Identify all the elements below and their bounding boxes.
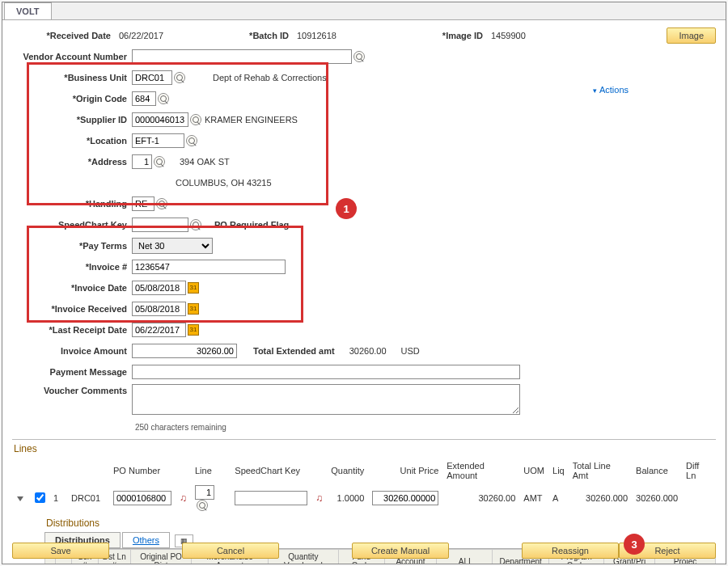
col-po: PO Number: [110, 459, 175, 482]
header-row: Received Date 06/22/2017 Batch ID 109126…: [12, 27, 716, 44]
line-tla: 30260.000: [569, 484, 631, 513]
total-ext-label: Total Extended amt: [253, 346, 340, 356]
address-line2: COLUMBUS, OH 43215: [172, 178, 272, 188]
location-input[interactable]: [132, 133, 184, 148]
lookup-icon[interactable]: [186, 135, 197, 146]
business-unit-label: Business Unit: [12, 73, 132, 82]
lookup-icon[interactable]: [154, 156, 165, 167]
actions-link[interactable]: Actions: [593, 85, 629, 95]
line-seq: 1: [50, 484, 66, 513]
speedchart-input[interactable]: [132, 218, 188, 232]
lookup-icon[interactable]: [353, 51, 365, 62]
col-speed: SpeedChart Key: [231, 459, 311, 482]
currency-value: USD: [398, 346, 420, 356]
vendor-acct-input[interactable]: [132, 49, 352, 64]
line-qty: 1.0000: [328, 484, 367, 513]
cancel-button[interactable]: Cancel: [182, 543, 279, 559]
pay-terms-select[interactable]: Net 30: [132, 238, 213, 254]
lines-row: 1 DRC01 ♫ ♫ 1.0000 30260.00 AMT A 30260.…: [14, 484, 714, 513]
received-date-value: 06/22/2017: [116, 31, 205, 40]
lookup-icon[interactable]: [190, 219, 201, 230]
col-tla: Total Line Amt: [569, 459, 631, 482]
lookup-icon[interactable]: [190, 114, 201, 125]
received-date-label: Received Date: [12, 31, 116, 40]
lookup-icon[interactable]: [174, 72, 185, 83]
lookup-icon[interactable]: [158, 93, 169, 104]
expand-icon[interactable]: [17, 496, 23, 501]
payment-message-input[interactable]: [132, 365, 520, 379]
lookup-icon[interactable]: [197, 500, 208, 511]
image-id-label: Image ID: [407, 31, 488, 40]
address-seq-input[interactable]: [132, 154, 152, 169]
business-unit-desc: Dept of Rehab & Corrections: [210, 73, 327, 82]
col-uprice: Unit Price: [369, 459, 442, 482]
save-button[interactable]: Save: [12, 543, 109, 559]
invoice-num-input[interactable]: [132, 260, 286, 274]
col-uom: UOM: [520, 459, 548, 482]
payment-message-label: Payment Message: [12, 367, 132, 377]
invoice-received-input[interactable]: [132, 302, 186, 316]
col-diff: Diff Ln: [683, 459, 714, 482]
line-bal: 30260.000: [633, 484, 681, 513]
batch-id-value: 10912618: [294, 31, 407, 40]
related-icon[interactable]: ♫: [180, 492, 187, 504]
col-qty: Quantity: [328, 459, 367, 482]
col-ext: Extended Amount: [443, 459, 518, 482]
tab-bar: VOLT: [2, 2, 726, 20]
supplier-name: KRAMER ENGINEERS: [201, 115, 298, 125]
col-liq: Liq: [549, 459, 568, 482]
business-unit-input[interactable]: [132, 70, 172, 85]
supplier-id-input[interactable]: [132, 112, 188, 127]
lookup-icon[interactable]: [156, 198, 167, 209]
po-number-input[interactable]: [113, 491, 171, 505]
line-liq: A: [549, 484, 568, 513]
image-button[interactable]: Image: [667, 27, 716, 44]
create-manual-button[interactable]: Create Manual: [352, 543, 449, 559]
footer-buttons: Save Cancel Create Manual Reassign Rejec…: [12, 543, 716, 559]
voucher-comments-input[interactable]: [132, 384, 520, 415]
line-num-input[interactable]: [195, 485, 214, 500]
vendor-acct-row: Vendor Account Number: [12, 48, 716, 65]
origin-code-label: Origin Code: [12, 94, 132, 103]
reassign-button[interactable]: Reassign: [522, 543, 619, 559]
invoice-date-label: Invoice Date: [12, 283, 132, 293]
image-id-value: 1459900: [488, 31, 577, 40]
vendor-acct-label: Vendor Account Number: [12, 52, 132, 61]
annotation-marker-1: 1: [336, 198, 357, 219]
handling-label: Handling: [12, 199, 132, 209]
line-bu: DRC01: [68, 484, 108, 513]
main-content: Received Date 06/22/2017 Batch ID 109126…: [2, 20, 726, 564]
unit-price-input[interactable]: [372, 491, 438, 505]
lines-header-row: PO Number Line SpeedChart Key Quantity U…: [14, 459, 714, 482]
location-label: Location: [12, 136, 132, 146]
handling-input[interactable]: [132, 196, 154, 211]
invoice-amount-label: Invoice Amount: [12, 346, 132, 356]
distributions-heading: Distributions: [44, 514, 716, 532]
tab-volt[interactable]: VOLT: [4, 2, 52, 19]
speedchart-label: SpeedChart Key: [12, 220, 132, 230]
col-line: Line: [192, 459, 230, 482]
invoice-num-label: Invoice #: [12, 262, 132, 272]
address-label: Address: [12, 157, 132, 167]
related-icon[interactable]: ♫: [315, 492, 323, 504]
last-receipt-input[interactable]: [132, 323, 186, 337]
annotation-marker-3: 3: [624, 534, 645, 555]
line-uom: AMT: [520, 484, 548, 513]
app-window: VOLT Received Date 06/22/2017 Batch ID 1…: [2, 2, 726, 564]
po-required-flag-label: PO Required Flag: [211, 220, 289, 230]
chars-remaining: 250 characters remaining: [132, 423, 226, 432]
invoice-date-input[interactable]: [132, 281, 186, 295]
line-ext: 30260.00: [443, 484, 518, 513]
invoice-amount-input[interactable]: [132, 344, 237, 358]
invoice-received-label: Invoice Received: [12, 304, 132, 314]
origin-code-input[interactable]: [132, 91, 156, 106]
line-speedchart-input[interactable]: [235, 491, 307, 505]
actions-menu[interactable]: Actions: [593, 85, 629, 95]
voucher-comments-label: Voucher Comments: [12, 384, 132, 395]
calendar-icon[interactable]: 31: [188, 324, 199, 336]
calendar-icon[interactable]: 31: [188, 303, 199, 315]
last-receipt-label: Last Receipt Date: [12, 325, 132, 335]
line-checkbox[interactable]: [35, 492, 45, 503]
lines-heading: Lines: [12, 439, 716, 458]
calendar-icon[interactable]: 31: [188, 282, 199, 294]
